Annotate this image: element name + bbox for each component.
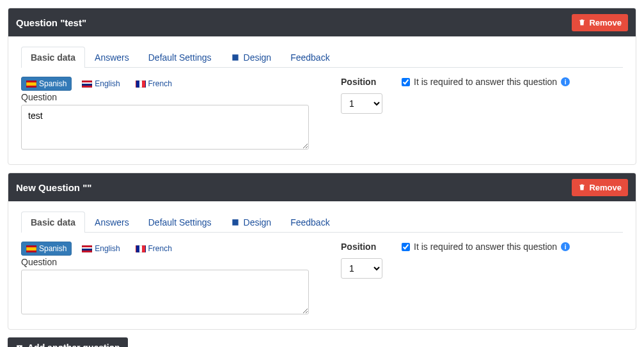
- tabs: Basic data Answers Default Settings Desi…: [21, 212, 623, 233]
- tab-answers[interactable]: Answers: [85, 47, 139, 68]
- uk-flag-icon: [82, 81, 92, 88]
- right-column: Position 1 It is required to answer this…: [341, 77, 623, 151]
- card-title: New Question "": [16, 182, 91, 193]
- lang-label: French: [148, 79, 172, 88]
- required-group[interactable]: It is required to answer this question i: [402, 77, 570, 87]
- trash-icon: [578, 19, 586, 26]
- lang-label: Spanish: [39, 79, 67, 88]
- card-header: Question "test" Remove: [8, 8, 636, 36]
- info-icon[interactable]: i: [561, 77, 570, 86]
- image-icon: [231, 218, 240, 227]
- tab-feedback[interactable]: Feedback: [281, 47, 339, 68]
- tab-design-label: Design: [244, 217, 272, 227]
- spain-flag-icon: [26, 245, 36, 252]
- tabs: Basic data Answers Default Settings Desi…: [21, 47, 623, 68]
- tab-basic-data[interactable]: Basic data: [21, 212, 85, 233]
- card-title: Question "test": [16, 17, 86, 28]
- question-label: Question: [21, 92, 315, 102]
- tab-feedback[interactable]: Feedback: [281, 212, 339, 233]
- lang-tab-french[interactable]: French: [130, 77, 177, 91]
- remove-button[interactable]: Remove: [572, 14, 628, 31]
- language-tabs: Spanish English French: [21, 77, 315, 91]
- required-label: It is required to answer this question: [414, 242, 557, 252]
- right-column: Position 1 It is required to answer this…: [341, 242, 623, 316]
- question-card: Question "test" Remove Basic data Answer…: [8, 8, 636, 165]
- france-flag-icon: [136, 245, 146, 252]
- remove-label: Remove: [589, 18, 622, 27]
- position-group: Position 1: [341, 242, 382, 279]
- left-column: Spanish English French Question: [21, 77, 315, 151]
- card-body: Basic data Answers Default Settings Desi…: [8, 201, 636, 329]
- france-flag-icon: [136, 81, 146, 88]
- trash-icon: [578, 183, 586, 191]
- right-top-row: Position 1 It is required to answer this…: [341, 77, 623, 114]
- tab-answers[interactable]: Answers: [85, 212, 139, 233]
- plus-icon: [15, 344, 24, 348]
- lang-tab-french[interactable]: French: [130, 242, 177, 256]
- tab-default-settings[interactable]: Default Settings: [139, 212, 221, 233]
- lang-label: French: [148, 244, 172, 253]
- remove-label: Remove: [589, 183, 622, 192]
- position-group: Position 1: [341, 77, 382, 114]
- required-checkbox[interactable]: [402, 78, 410, 86]
- tab-design[interactable]: Design: [221, 47, 281, 68]
- tab-body: Spanish English French Question Position…: [21, 77, 623, 151]
- add-another-question-button[interactable]: Add another question: [8, 337, 128, 347]
- position-label: Position: [341, 242, 382, 252]
- lang-label: English: [95, 244, 120, 253]
- remove-button[interactable]: Remove: [572, 179, 628, 196]
- lang-tab-spanish[interactable]: Spanish: [21, 77, 72, 91]
- lang-label: English: [95, 79, 120, 88]
- uk-flag-icon: [82, 245, 92, 252]
- tab-body: Spanish English French Question Position…: [21, 242, 623, 316]
- lang-tab-spanish[interactable]: Spanish: [21, 242, 72, 256]
- question-card: New Question "" Remove Basic data Answer…: [8, 173, 636, 330]
- position-select[interactable]: 1: [341, 258, 382, 279]
- position-label: Position: [341, 77, 382, 87]
- question-label: Question: [21, 257, 315, 267]
- tab-design[interactable]: Design: [221, 212, 281, 233]
- add-another-label: Add another question: [27, 343, 120, 347]
- position-select[interactable]: 1: [341, 93, 382, 114]
- lang-tab-english[interactable]: English: [77, 77, 125, 91]
- card-body: Basic data Answers Default Settings Desi…: [8, 36, 636, 164]
- tab-default-settings[interactable]: Default Settings: [139, 47, 221, 68]
- right-top-row: Position 1 It is required to answer this…: [341, 242, 623, 279]
- language-tabs: Spanish English French: [21, 242, 315, 256]
- lang-label: Spanish: [39, 244, 67, 253]
- info-icon[interactable]: i: [561, 242, 570, 251]
- lang-tab-english[interactable]: English: [77, 242, 125, 256]
- card-header: New Question "" Remove: [8, 173, 636, 201]
- question-textarea[interactable]: [21, 270, 309, 314]
- tab-basic-data[interactable]: Basic data: [21, 47, 85, 68]
- required-label: It is required to answer this question: [414, 77, 557, 87]
- required-checkbox[interactable]: [402, 243, 410, 251]
- image-icon: [231, 53, 240, 62]
- spain-flag-icon: [26, 81, 36, 88]
- required-group[interactable]: It is required to answer this question i: [402, 242, 570, 252]
- tab-design-label: Design: [244, 52, 272, 63]
- question-textarea[interactable]: [21, 105, 309, 150]
- left-column: Spanish English French Question: [21, 242, 315, 316]
